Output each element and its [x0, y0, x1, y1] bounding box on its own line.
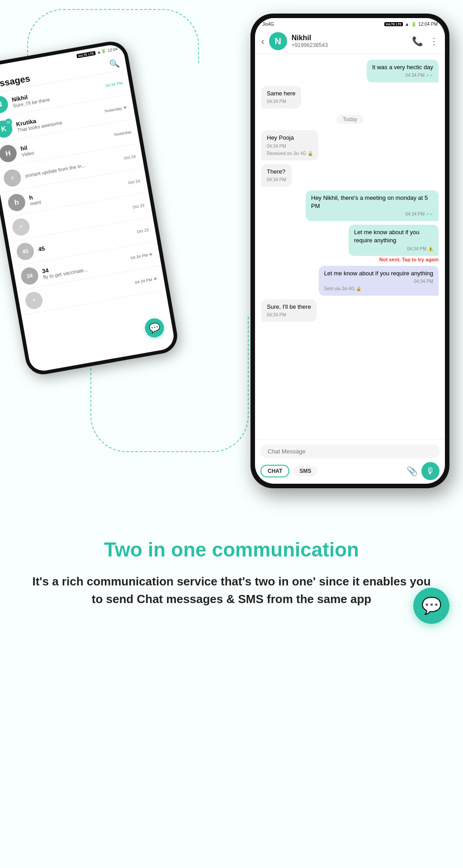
contact-time: 04:34 PM [105, 80, 123, 88]
phone-front: Jio4G VoLTE LTE ▲ 🔋 12:04 PM ‹ N Nikhil … [250, 14, 449, 488]
phone-back: VoLTE LTE ▲🔋 12:04 Messages 🔍 N Nikhil S… [0, 39, 180, 377]
sms-chip-button[interactable]: SMS [293, 466, 317, 476]
read-ticks: ✓✓ [426, 72, 433, 79]
error-message[interactable]: Not sent. Tap to try again [379, 257, 439, 262]
back-volte: VoLTE LTE [76, 51, 96, 58]
message-row: There? 04:34 PM [261, 164, 439, 187]
chat-icon: 💬 [148, 321, 161, 334]
message-text: Let me know about if you require anythin… [354, 229, 420, 244]
message-row: Sure, I'll be there 04:34 PM [261, 299, 439, 322]
subtext: It's a rich communication service that's… [27, 573, 436, 608]
chat-message-input[interactable] [260, 444, 439, 458]
bottom-section: Two in one communication It's a rich com… [0, 511, 463, 644]
message-bubble: Sure, I'll be there 04:34 PM [261, 299, 317, 322]
search-icon[interactable]: 🔍 [109, 58, 120, 69]
avatar: h [7, 193, 27, 212]
mic-button[interactable]: 🎙 [421, 462, 439, 480]
message-row: Hey Pooja 04:34 PM Received on Jio 4G 🔒 [261, 130, 439, 160]
error-icon: ⚠️ [428, 246, 433, 252]
contact-time: Yesterday [113, 130, 132, 137]
battery-icon: 🔋 [411, 22, 416, 27]
read-ticks: ✓✓ [426, 211, 433, 217]
message-text: Let me know about if you require anythin… [324, 270, 433, 277]
message-time: 04:34 PM [405, 211, 425, 217]
headline: Two in one communication [27, 538, 436, 562]
back-time: 12:04 [107, 47, 118, 53]
message-time: 04:34 PM [405, 72, 425, 79]
message-text: It was a very hectic day [372, 64, 433, 71]
message-text: Same here [267, 90, 296, 97]
date-separator: Today [336, 115, 364, 124]
contact-time: 04:34 PM 👁 [130, 252, 153, 260]
message-time: 04:34 PM [267, 99, 286, 105]
message-time: 04:34 PM [267, 177, 286, 183]
more-options-icon[interactable]: ⋮ [430, 36, 439, 47]
messages-area: It was a very hectic day 04:34 PM ✓✓ Sam… [255, 54, 445, 439]
message-bubble: Let me know about if you require anythin… [319, 266, 439, 296]
message-sub: Received on Jio 4G 🔒 [267, 151, 313, 157]
message-bubble: Hey Nikhil, there's a meeting on monday … [306, 190, 439, 221]
chat-bubble-icon: 💬 [421, 596, 442, 615]
contact-time: Yesterday 👁 [104, 105, 128, 113]
contact-name: Nikhil [292, 34, 407, 42]
avatar: ? [11, 217, 31, 237]
contact-time: Oct 24 [123, 154, 136, 160]
message-row: Hey Nikhil, there's a meeting on monday … [261, 190, 439, 221]
message-text: Hey Pooja [267, 134, 294, 141]
message-bubble: Same here 04:34 PM [261, 86, 301, 108]
fab-button-back[interactable]: 💬 [143, 317, 165, 339]
input-bar: CHAT SMS 📎 🎙 [255, 439, 445, 484]
phone-back-screen: VoLTE LTE ▲🔋 12:04 Messages 🔍 N Nikhil S… [0, 43, 176, 373]
avatar: ? [2, 168, 22, 188]
input-actions: CHAT SMS 📎 🎙 [260, 462, 439, 480]
back-button[interactable]: ‹ [261, 36, 265, 47]
front-status-bar: Jio4G VoLTE LTE ▲ 🔋 12:04 PM [255, 18, 445, 28]
avatar: H [0, 144, 18, 164]
contact-time: Oct 23 [132, 203, 145, 209]
signal-icon: ▲ [405, 22, 409, 27]
avatar: ? [24, 291, 44, 311]
back-signal: ▲🔋 [97, 49, 106, 55]
message-text: Hey Nikhil, there's a meeting on monday … [311, 194, 428, 209]
volte-badge: VoLTE LTE [384, 22, 403, 26]
carrier-label: Jio4G [262, 22, 274, 27]
message-time: 04:34 PM [407, 246, 426, 252]
avatar: 34 [20, 266, 40, 286]
message-bubble: There? 04:34 PM [261, 164, 292, 187]
message-row: It was a very hectic day 04:34 PM ✓✓ [261, 60, 439, 82]
contact-time: Oct 24 [128, 179, 141, 185]
chat-avatar: N [269, 32, 287, 50]
avatar: N [0, 94, 9, 114]
contact-number: +91996236543 [292, 42, 407, 48]
time-label: 12:04 PM [418, 22, 438, 27]
phone-front-screen: Jio4G VoLTE LTE ▲ 🔋 12:04 PM ‹ N Nikhil … [255, 18, 445, 484]
attach-icon[interactable]: 📎 [406, 466, 418, 476]
message-row: Same here 04:34 PM [261, 86, 439, 108]
phones-area: VoLTE LTE ▲🔋 12:04 Messages 🔍 N Nikhil S… [0, 14, 463, 511]
teal-fab-large[interactable]: 💬 [413, 588, 449, 624]
avatar: 45 [15, 241, 35, 261]
contact-time: Oct 23 [137, 227, 149, 234]
message-row: Let me know about if you require anythin… [261, 225, 439, 262]
chat-header: ‹ N Nikhil +91996236543 📞 ⋮ [255, 28, 445, 54]
mic-icon: 🎙 [426, 466, 435, 476]
contact-time: 04:34 PM 👁 [135, 277, 158, 285]
message-bubble: Hey Pooja 04:34 PM Received on Jio 4G 🔒 [261, 130, 318, 160]
message-time: 04:34 PM [414, 278, 433, 285]
call-icon[interactable]: 📞 [412, 36, 423, 47]
message-sub: Sent via Jio 4G 🔒 [324, 286, 433, 292]
message-time: 04:34 PM [267, 143, 286, 150]
message-row: Let me know about if you require anythin… [261, 266, 439, 296]
chat-chip-button[interactable]: CHAT [260, 465, 289, 477]
message-bubble: Let me know about if you require anythin… [349, 225, 439, 255]
message-bubble: It was a very hectic day 04:34 PM ✓✓ [367, 60, 439, 82]
message-text: There? [267, 168, 285, 175]
message-time: 04:34 PM [267, 312, 286, 318]
message-text: Sure, I'll be there [267, 303, 311, 310]
